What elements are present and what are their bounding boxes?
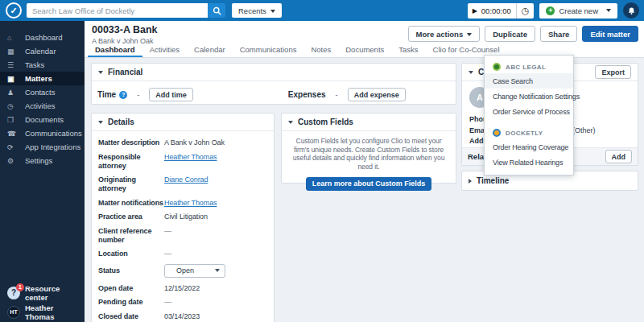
tab-calendar[interactable]: Calendar	[187, 43, 233, 57]
notifications-button[interactable]	[623, 2, 639, 19]
help-icon[interactable]: ?	[119, 91, 127, 99]
clock-icon[interactable]: ◷	[522, 6, 530, 16]
phone-icon: ☎	[7, 130, 25, 138]
create-new-label: Create new	[559, 6, 598, 15]
briefcase-icon: ▣	[7, 75, 25, 83]
notification-badge: 1	[16, 283, 24, 291]
chevron-right-icon	[469, 179, 472, 184]
email-type-note: (Other)	[572, 126, 596, 137]
sidebar-item-activities[interactable]: ◷Activities	[0, 99, 85, 113]
timer-widget[interactable]: ▶ 00:00:00 ◷	[468, 3, 535, 19]
person-icon: ♟	[7, 89, 25, 97]
avatar: HT	[7, 306, 20, 319]
menu-item-order-service-of-process[interactable]: Order Service of Process	[485, 104, 573, 119]
sidebar-item-settings[interactable]: ⚙Settings	[0, 154, 85, 167]
custom-fields-description: Custom Fields let you configure Clio to …	[282, 131, 456, 171]
sidebar-item-matters[interactable]: ▣Matters	[0, 72, 85, 85]
more-actions-button[interactable]: More actions	[408, 26, 481, 42]
sidebar-item-documents[interactable]: ❐Documents	[0, 113, 85, 126]
financial-card: Financial Time ? - Add time Expenses - A…	[91, 63, 456, 105]
export-button[interactable]: Export	[595, 65, 631, 79]
tab-documents[interactable]: Documents	[338, 43, 391, 57]
more-actions-menu: ABC LEGAL Case Search Change Notificatio…	[484, 55, 574, 175]
detail-row: Status Open	[98, 264, 267, 278]
gear-icon: ⚙	[7, 157, 25, 165]
expenses-label: Expenses	[288, 90, 326, 99]
sidebar-item-dashboard[interactable]: ⌂Dashboard	[0, 31, 85, 44]
caret-down-icon	[467, 33, 472, 36]
resource-center-button[interactable]: ?1 Resource center	[0, 283, 85, 303]
recents-button[interactable]: Recents	[232, 3, 282, 18]
originating-attorney-link[interactable]: Diane Conrad	[164, 175, 208, 193]
add-contact-button[interactable]: Add	[605, 150, 633, 163]
menu-item-change-notification-settings[interactable]: Change Notification Settings	[485, 89, 573, 104]
sidebar-item-communications[interactable]: ☎Communications	[0, 126, 85, 140]
create-new-button[interactable]: + Create new	[539, 3, 617, 19]
add-expense-button[interactable]: Add expense	[348, 88, 406, 101]
calendar-icon: ▦	[7, 47, 25, 56]
matter-header: 00033-A Bank A Bank v John Oak More acti…	[85, 21, 644, 58]
share-button[interactable]: Share	[540, 26, 577, 42]
check-glyph: ✓	[10, 6, 17, 15]
custom-fields-header[interactable]: Custom Fields	[282, 114, 456, 131]
menu-item-view-related-hearings[interactable]: View Related Hearings	[485, 155, 573, 170]
menu-section-docketly: DOCKETLY	[485, 126, 573, 139]
page-title: 00033-A Bank	[92, 24, 158, 35]
status-select[interactable]: Open	[164, 264, 225, 278]
responsible-attorney-link[interactable]: Heather Thomas	[164, 153, 217, 171]
detail-row: Responsible attorneyHeather Thomas	[98, 153, 267, 171]
caret-down-icon	[215, 269, 220, 272]
add-time-button[interactable]: Add time	[149, 88, 193, 101]
recents-label: Recents	[238, 6, 266, 15]
duplicate-button[interactable]: Duplicate	[485, 26, 535, 42]
plus-icon: +	[546, 6, 555, 15]
home-icon: ⌂	[7, 34, 25, 42]
sidebar-item-contacts[interactable]: ♟Contacts	[0, 85, 85, 99]
financial-header[interactable]: Financial	[92, 64, 456, 81]
bell-icon	[627, 6, 636, 15]
menu-item-order-hearing-coverage[interactable]: Order Hearing Coverage	[485, 139, 573, 155]
search-input[interactable]	[27, 3, 208, 18]
menu-section-abc-legal: ABC LEGAL	[485, 60, 573, 73]
chevron-down-icon	[98, 71, 103, 74]
abc-legal-icon	[493, 63, 501, 71]
play-icon: ▶	[473, 7, 477, 14]
details-header[interactable]: Details	[92, 114, 274, 131]
tasks-icon: ☰	[7, 61, 25, 69]
sidebar: ⌂Dashboard ▦Calendar ☰Tasks ▣Matters ♟Co…	[0, 21, 85, 322]
caret-down-icon	[606, 9, 611, 12]
chevron-down-icon	[98, 121, 103, 124]
sidebar-item-calendar[interactable]: ▦Calendar	[0, 44, 85, 58]
search-button[interactable]	[208, 3, 225, 18]
caret-down-icon	[270, 10, 275, 13]
detail-row: Matter notificationsHeather Thomas	[98, 199, 267, 208]
detail-row: Originating attorneyDiane Conrad	[98, 175, 267, 193]
chevron-down-icon	[288, 121, 293, 124]
details-card: Details Matter descriptionA Bank v John …	[91, 113, 275, 322]
timer-display: 00:00:00	[481, 6, 511, 15]
global-search	[27, 3, 225, 18]
learn-more-custom-fields-button[interactable]: Learn more about Custom Fields	[306, 177, 432, 191]
tab-communications[interactable]: Communications	[233, 43, 304, 57]
folder-icon: ❐	[7, 116, 25, 124]
sidebar-item-app-integrations[interactable]: ⟳App Integrations	[0, 140, 85, 154]
top-bar: ✓ Recents ▶ 00:00:00 ◷ + Create new	[0, 0, 644, 21]
menu-divider	[485, 119, 573, 126]
sidebar-item-tasks[interactable]: ☰Tasks	[0, 58, 85, 72]
clio-logo-icon[interactable]: ✓	[6, 2, 22, 19]
time-value: -	[137, 90, 139, 99]
menu-item-case-search[interactable]: Case Search	[485, 73, 573, 89]
tab-tasks[interactable]: Tasks	[391, 43, 425, 57]
search-icon	[213, 6, 221, 15]
time-label: Time	[97, 90, 116, 99]
matter-notifications-link[interactable]: Heather Thomas	[164, 199, 217, 208]
detail-row: Client reference number—	[98, 227, 267, 245]
chevron-down-icon	[469, 71, 473, 74]
tab-activities[interactable]: Activities	[142, 43, 187, 57]
expenses-value: -	[336, 90, 338, 99]
edit-matter-button[interactable]: Edit matter	[582, 26, 638, 42]
user-menu[interactable]: HT Heather Thomas	[0, 303, 85, 322]
tab-notes[interactable]: Notes	[303, 43, 338, 57]
tab-dashboard[interactable]: Dashboard	[88, 43, 142, 57]
detail-row: Practice areaCivil Litigation	[98, 213, 267, 221]
